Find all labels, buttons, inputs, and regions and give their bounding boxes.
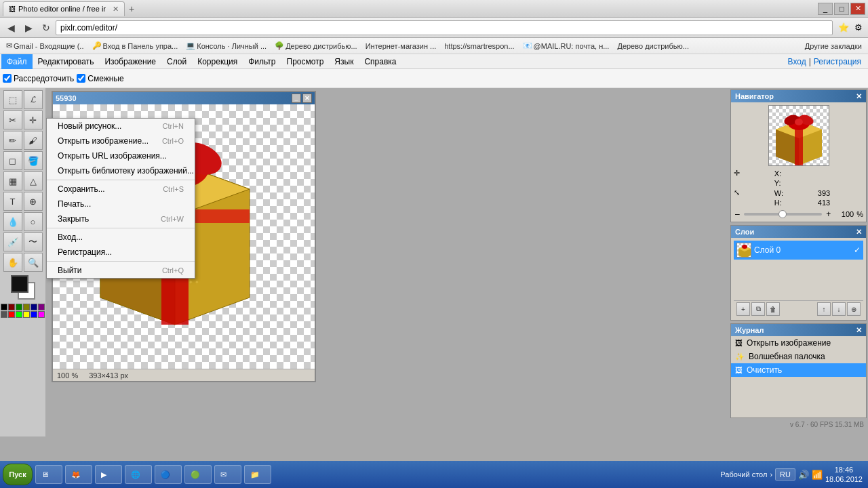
canvas-close[interactable]: ✕ [302,94,312,103]
eyedropper-tool[interactable]: 💉 [3,232,22,251]
maximize-button[interactable]: □ [834,3,849,15]
bookmark-shop[interactable]: Интернет-магазин ... [362,41,440,51]
menu-edit[interactable]: Редактировать [33,54,100,69]
layer-delete-button[interactable]: 🗑 [766,302,780,316]
journal-row-2[interactable]: 🖼 Очистить [731,363,866,377]
star-icon[interactable]: ⭐ [837,21,850,35]
bookmark-tree2[interactable]: Дерево дистрибью... [614,41,692,51]
bookmark-panel[interactable]: 🔑 Вход в Панель упра... [89,41,182,51]
journal-row-1[interactable]: ✨ Волшебная палочка [731,350,866,363]
palette-blue[interactable] [31,311,37,318]
navigator-close[interactable]: ✕ [856,92,862,101]
move-tool[interactable]: ✛ [24,110,43,129]
layers-close[interactable]: ✕ [856,228,862,237]
smudge-tool[interactable]: 〜 [24,232,43,251]
foreground-color[interactable] [11,275,28,293]
layer-up-button[interactable]: ↑ [817,302,831,316]
palette-navy[interactable] [31,304,37,310]
menu-language[interactable]: Язык [329,54,359,69]
pencil-tool[interactable]: ✏ [3,131,22,150]
bookmark-smart[interactable]: https://smartrespon... [441,41,517,51]
taskbar-app-1[interactable]: 🦊 [65,465,92,484]
volume-icon[interactable]: 🔊 [798,470,809,480]
taskbar-desktop-label[interactable]: Рабочий стол [720,470,767,479]
menu-image[interactable]: Изображение [99,54,161,69]
zoom-in-button[interactable]: + [825,209,832,219]
lasso-tool[interactable]: 𝓛 [24,90,43,109]
journal-close[interactable]: ✕ [856,326,862,335]
shape-tool[interactable]: △ [24,171,43,190]
eraser-tool[interactable]: ◻ [3,151,22,170]
palette-purple[interactable] [38,304,45,310]
menu-login[interactable]: Вход... [47,230,195,245]
palette-yellow[interactable] [23,311,30,318]
palette-darkred[interactable] [8,304,15,310]
dodge-tool[interactable]: ○ [24,212,43,231]
fill-tool[interactable]: 🪣 [24,151,43,170]
start-button[interactable]: Пуск [3,464,33,485]
menu-new[interactable]: Новый рисунок... Ctrl+N [47,119,195,134]
refresh-button[interactable]: ↻ [38,20,54,36]
palette-magenta[interactable] [38,311,45,318]
menu-register[interactable]: Регистрация... [47,245,195,260]
menu-quit[interactable]: Выйти Ctrl+Q [47,263,195,278]
taskbar-app-0[interactable]: 🖥 [35,465,62,484]
bookmark-mail[interactable]: 📧 @MAIL.RU: почта, н... [519,41,613,51]
clone-tool[interactable]: ⊕ [24,192,43,211]
address-bar[interactable]: pixlr.com/editor/ [56,20,833,35]
layer-add-button[interactable]: + [736,302,750,316]
menu-help[interactable]: Справка [359,54,401,69]
layer-down-button[interactable]: ↓ [832,302,846,316]
menu-close[interactable]: Закрыть Ctrl+W [47,211,195,226]
menu-layer[interactable]: Слой [161,54,192,69]
canvas-minimize[interactable]: _ [292,94,301,103]
minimize-button[interactable]: _ [818,3,833,15]
forward-button[interactable]: ▶ [20,20,37,36]
taskbar-app-6[interactable]: ✉ [214,465,241,484]
palette-olive[interactable] [23,304,30,310]
layer-duplicate-button[interactable]: ⧉ [751,302,765,316]
menu-print[interactable]: Печать... [47,197,195,211]
taskbar-app-5[interactable]: 🟢 [184,465,212,484]
scatter-checkbox[interactable]: Рассредоточить [3,74,74,83]
back-button[interactable]: ◀ [3,20,19,36]
selection-tool[interactable]: ⬚ [3,90,22,109]
zoom-out-button[interactable]: – [734,209,741,219]
palette-green[interactable] [16,311,22,318]
taskbar-app-2[interactable]: ▶ [95,465,122,484]
bookmark-console[interactable]: 💻 Консоль · Личный ... [182,41,270,51]
crop-tool[interactable]: ✂ [3,110,22,129]
gradient-tool[interactable]: ▦ [3,171,22,190]
layer-visible-0[interactable]: ✓ [854,245,861,255]
register-link[interactable]: Регистрация [814,57,861,66]
menu-open-url[interactable]: Открыть URL изображения... [47,148,195,163]
taskbar-app-4[interactable]: 🔵 [155,465,182,484]
brush-tool[interactable]: 🖌 [24,131,43,150]
layer-merge-button[interactable]: ⊕ [847,302,861,316]
settings-icon[interactable]: ⚙ [852,21,865,35]
bookmark-tree1[interactable]: 🌳 Дерево дистрибью... [271,41,361,51]
tab-close-button[interactable]: ✕ [113,5,119,14]
language-button[interactable]: RU [775,468,795,481]
menu-open-image[interactable]: Открыть изображение... Ctrl+O [47,134,195,148]
close-button[interactable]: ✕ [850,3,865,15]
new-tab-button[interactable]: + [125,2,138,16]
zoom-slider[interactable] [744,213,823,216]
menu-open-library[interactable]: Открыть библиотеку изображений... [47,163,195,178]
tray-clock[interactable]: 18:46 18.06.2012 [825,465,863,485]
text-tool[interactable]: T [3,192,22,211]
menu-view[interactable]: Просмотр [281,54,330,69]
menu-correction[interactable]: Коррекция [192,54,243,69]
menu-save[interactable]: Сохранить... Ctrl+S [47,182,195,197]
bookmark-gmail[interactable]: ✉ Gmail - Входящие (.. [3,41,87,51]
browser-tab[interactable]: 🖼 Photo editor online / free ir ✕ [3,1,125,16]
layer-row-0[interactable]: Слой 0 ✓ [734,241,863,260]
zoom-tool[interactable]: 🔍 [24,253,43,272]
contiguous-checkbox[interactable]: Смежные [77,74,123,83]
palette-black[interactable] [1,304,7,310]
menu-filter[interactable]: Фильтр [243,54,281,69]
palette-darkgray[interactable] [1,311,7,318]
journal-row-0[interactable]: 🖼 Открыть изображение [731,336,866,350]
taskbar-app-7[interactable]: 📁 [244,465,271,484]
palette-red[interactable] [8,311,15,318]
